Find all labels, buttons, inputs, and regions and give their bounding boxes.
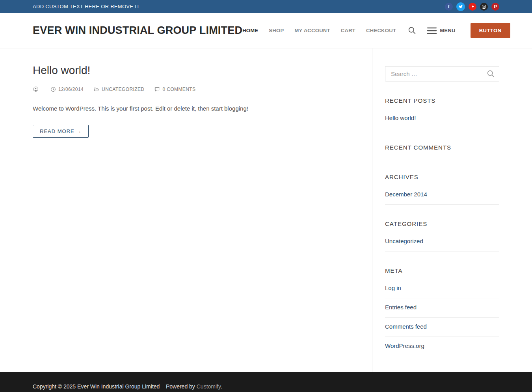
category-folder-icon: [93, 87, 99, 92]
facebook-glyph: f: [448, 4, 450, 10]
widget-title: RECENT POSTS: [385, 97, 499, 104]
nav-item-shop[interactable]: SHOP: [269, 28, 284, 33]
clock-icon: [50, 87, 56, 92]
facebook-icon[interactable]: f: [445, 3, 453, 11]
site-footer: Copyright © 2025 Ever Win Industrial Gro…: [0, 372, 532, 392]
topbar-custom-text: ADD CUSTOM TEXT HERE OR REMOVE IT: [33, 4, 140, 9]
sidebar-search-icon[interactable]: [487, 70, 495, 78]
widget-categories: CATEGORIES Uncategorized: [385, 220, 499, 251]
author-avatar-icon: [33, 86, 39, 92]
meta-link-comments-feed[interactable]: Comments feed: [385, 323, 427, 330]
post-category[interactable]: UNCATEGORIZED: [102, 87, 144, 92]
widget-recent-comments: RECENT COMMENTS: [385, 144, 499, 151]
post-title[interactable]: Hello world!: [33, 64, 372, 77]
sidebar-search-input[interactable]: [385, 66, 499, 81]
list-item: Uncategorized: [385, 238, 499, 251]
nav-item-my-account[interactable]: MY ACCOUNT: [294, 28, 330, 33]
post-date[interactable]: 12/06/2014: [58, 87, 84, 92]
footer-copyright: Copyright © 2025 Ever Win Industrial Gro…: [33, 383, 499, 390]
sidebar: RECENT POSTS Hello world! RECENT COMMENT…: [372, 48, 499, 372]
twitter-bird-glyph: [458, 4, 463, 9]
category-link[interactable]: Uncategorized: [385, 238, 423, 244]
primary-nav: HOME SHOP MY ACCOUNT CART CHECKOUT: [242, 28, 396, 33]
menu-toggle-label: MENU: [440, 28, 455, 33]
list-item: Comments feed: [385, 318, 499, 337]
site-header: EVER WIN INDUSTRIAL GROUP LIMITED HOME S…: [0, 13, 532, 48]
widget-title: META: [385, 267, 499, 274]
list-item: WordPress.org: [385, 337, 499, 356]
comments-icon: [154, 87, 160, 92]
post-excerpt: Welcome to WordPress. This is your first…: [33, 104, 372, 113]
social-links: f P: [441, 2, 499, 11]
post-meta: 12/06/2014 UNCATEGORIZED 0 COMMENTS: [33, 86, 372, 92]
list-item: Log in: [385, 285, 499, 298]
youtube-icon[interactable]: [469, 3, 476, 11]
nav-item-cart[interactable]: CART: [341, 28, 355, 33]
copyright-suffix: .: [221, 383, 222, 390]
post-comments-count[interactable]: 0 COMMENTS: [162, 87, 195, 92]
instagram-icon[interactable]: [480, 3, 488, 11]
widget-meta: META Log in Entries feed Comments feed W…: [385, 267, 499, 356]
copyright-text: Copyright © 2025 Ever Win Industrial Gro…: [33, 383, 195, 390]
widget-recent-posts: RECENT POSTS Hello world!: [385, 97, 499, 128]
post-list: Hello world! 12/06/2014 UNCATEGORIZED 0 …: [33, 48, 372, 372]
list-item: December 2014: [385, 191, 499, 205]
topbar: ADD CUSTOM TEXT HERE OR REMOVE IT f P: [0, 0, 532, 13]
archive-link[interactable]: December 2014: [385, 191, 427, 198]
recent-post-link[interactable]: Hello world!: [385, 115, 416, 121]
meta-link-log-in[interactable]: Log in: [385, 285, 401, 291]
pinterest-icon[interactable]: P: [491, 3, 499, 11]
sidebar-search-widget: [385, 66, 499, 81]
instagram-camera-glyph: [482, 4, 486, 9]
header-search-button[interactable]: [408, 26, 416, 35]
menu-toggle-button[interactable]: MENU: [427, 27, 455, 34]
nav-item-checkout[interactable]: CHECKOUT: [366, 28, 396, 33]
header-cta-button[interactable]: BUTTON: [471, 23, 510, 38]
meta-link-entries-feed[interactable]: Entries feed: [385, 304, 417, 311]
read-more-button[interactable]: READ MORE →: [33, 125, 89, 138]
search-icon: [408, 26, 416, 35]
widget-archives: ARCHIVES December 2014: [385, 174, 499, 205]
youtube-play-glyph: [471, 4, 475, 9]
meta-link-wordpress-org[interactable]: WordPress.org: [385, 342, 424, 349]
site-title[interactable]: EVER WIN INDUSTRIAL GROUP LIMITED: [33, 24, 242, 37]
list-item: Hello world!: [385, 115, 499, 128]
hamburger-icon: [427, 27, 437, 34]
post-divider: [33, 151, 372, 151]
widget-title: RECENT COMMENTS: [385, 144, 499, 151]
list-item: Entries feed: [385, 298, 499, 318]
widget-title: ARCHIVES: [385, 174, 499, 180]
widget-title: CATEGORIES: [385, 220, 499, 227]
customify-link[interactable]: Customify: [197, 383, 221, 390]
twitter-icon[interactable]: [456, 2, 465, 11]
nav-item-home[interactable]: HOME: [242, 28, 258, 33]
pinterest-glyph: P: [494, 4, 497, 9]
